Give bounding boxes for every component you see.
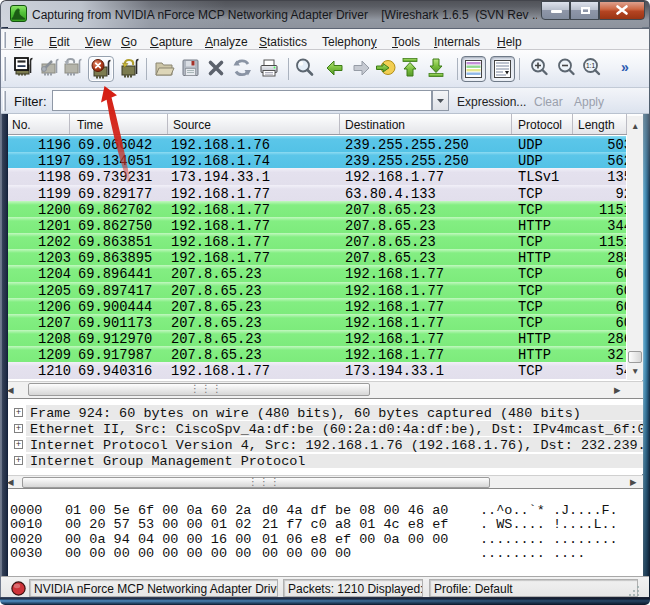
svg-text:1:1: 1:1 (586, 62, 595, 69)
